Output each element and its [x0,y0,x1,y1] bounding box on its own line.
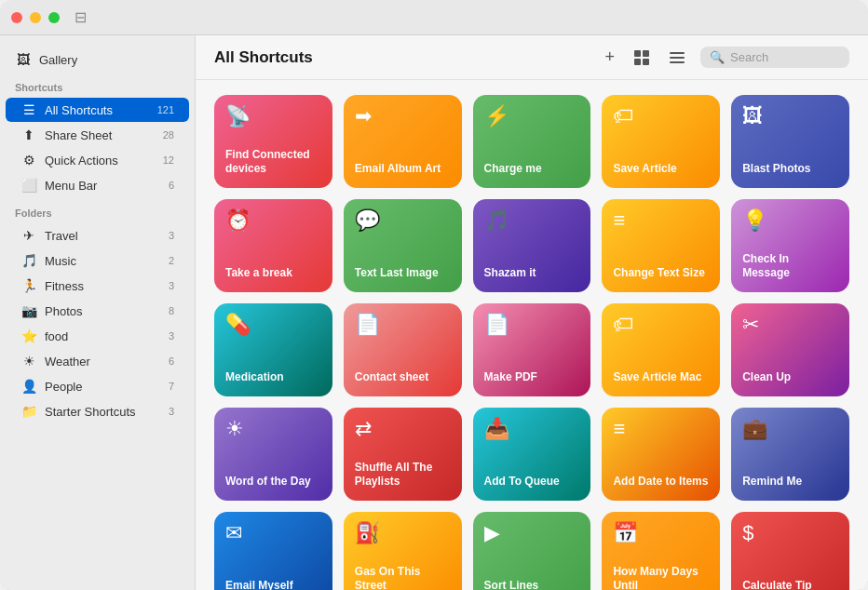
sidebar-item-menu-bar[interactable]: ⬜ Menu Bar 6 [6,173,189,197]
list-view-button[interactable] [665,46,689,70]
shortcut-label-find-connected: Find Connected devices [225,148,321,177]
sidebar-item-food[interactable]: ⭐ food 3 [6,324,189,348]
folders-section-label: Folders [0,198,195,222]
shortcut-card-make-pdf[interactable]: 📄 Make PDF [473,303,591,396]
svg-rect-1 [643,50,649,57]
shortcut-icon-add-date-items: ≡ [613,419,709,439]
toolbar: All Shortcuts + [196,35,868,80]
sidebar-item-quick-actions[interactable]: ⚙ Quick Actions 12 [6,148,189,172]
menu-bar-label: Menu Bar [45,179,161,193]
shortcut-label-make-pdf: Make PDF [484,370,580,385]
shortcut-card-check-in-message[interactable]: 💡 Check In Message [731,199,849,292]
shortcut-card-calculate-tip[interactable]: $ Calculate Tip [731,512,849,590]
shortcut-label-change-text-size: Change Text Size [613,266,709,281]
page-title: All Shortcuts [214,48,590,67]
shortcut-card-change-text-size[interactable]: ≡ Change Text Size [602,199,720,292]
sidebar: 🖼 Gallery Shortcuts ☰ All Shortcuts 121 … [0,35,196,590]
quick-actions-badge: 12 [163,154,174,166]
shortcut-card-medication[interactable]: 💊 Medication [214,303,332,396]
shortcut-card-email-album[interactable]: ➡ Email Album Art [344,95,462,188]
shortcut-icon-check-in-message: 💡 [742,210,838,231]
search-input[interactable] [730,50,842,64]
menu-bar-badge: 6 [169,180,174,191]
shortcut-card-how-many-days[interactable]: 📅 How Many Days Until [602,512,720,590]
traffic-lights [11,12,60,23]
all-shortcuts-label: All Shortcuts [45,103,150,117]
sidebar-item-gallery[interactable]: 🖼 Gallery [0,47,195,73]
shortcut-label-how-many-days: How Many Days Until [613,565,709,590]
shortcut-card-take-break[interactable]: ⏰ Take a break [214,199,332,292]
shortcut-icon-blast-photos: 🖼 [742,106,838,127]
shortcut-label-word-of-day: Word of the Day [225,475,321,489]
shortcut-label-text-last-image: Text Last Image [355,266,451,281]
shortcut-icon-contact-sheet: 📄 [355,315,451,335]
shortcut-icon-make-pdf: 📄 [484,315,580,335]
music-label: Music [45,254,161,268]
shortcut-icon-medication: 💊 [225,315,321,335]
sidebar-item-starter[interactable]: 📁 Starter Shortcuts 3 [6,399,189,423]
gallery-label: Gallery [39,53,77,67]
shortcut-card-save-article[interactable]: 🏷 Save Article [602,95,720,188]
shortcut-card-find-connected[interactable]: 📡 Find Connected devices [214,95,332,188]
shortcut-card-word-of-day[interactable]: ☀ Word of the Day [214,408,332,501]
svg-rect-2 [634,59,641,65]
shortcut-card-add-date-items[interactable]: ≡ Add Date to Items [602,408,720,501]
svg-rect-4 [670,52,685,54]
people-label: People [45,380,161,394]
app-body: 🖼 Gallery Shortcuts ☰ All Shortcuts 121 … [0,35,868,590]
fitness-badge: 3 [169,280,174,291]
gallery-icon: 🖼 [15,52,32,67]
sidebar-item-fitness[interactable]: 🏃 Fitness 3 [6,274,189,298]
minimize-button[interactable] [30,12,41,23]
sidebar-item-photos[interactable]: 📷 Photos 8 [6,299,189,323]
add-shortcut-button[interactable]: + [601,44,618,71]
shortcut-card-save-article-mac[interactable]: 🏷 Save Article Mac [602,303,720,396]
shortcut-icon-gas-street: ⛽ [355,523,451,543]
shortcut-icon-find-connected: 📡 [225,106,321,127]
shortcut-icon-take-break: ⏰ [225,210,321,231]
close-button[interactable] [11,12,22,23]
svg-rect-5 [670,57,685,59]
titlebar: ⊟ [0,0,868,35]
shortcut-label-calculate-tip: Calculate Tip [742,579,838,590]
shortcut-card-blast-photos[interactable]: 🖼 Blast Photos [731,95,849,188]
shortcut-card-contact-sheet[interactable]: 📄 Contact sheet [344,303,462,396]
starter-badge: 3 [169,406,174,417]
shortcuts-grid: 📡 Find Connected devices ➡ Email Album A… [196,80,868,590]
shortcuts-section-label: Shortcuts [0,73,195,97]
shortcut-label-clean-up: Clean Up [742,370,838,385]
shortcut-label-gas-street: Gas On This Street [355,565,451,590]
grid-view-button[interactable] [630,46,654,70]
shortcut-label-charge-me: Charge me [484,162,580,177]
shortcut-label-blast-photos: Blast Photos [742,162,838,177]
shortcut-card-shazam-it[interactable]: 🎵 Shazam it [473,199,591,292]
shortcut-card-sort-lines[interactable]: ▶ Sort Lines [473,512,591,590]
sidebar-toggle-icon[interactable]: ⊟ [75,8,87,26]
shortcut-card-remind-me[interactable]: 💼 Remind Me [731,408,849,501]
sidebar-item-music[interactable]: 🎵 Music 2 [6,248,189,273]
shortcut-icon-shazam-it: 🎵 [484,210,580,231]
sidebar-item-all-shortcuts[interactable]: ☰ All Shortcuts 121 [6,98,189,122]
shortcut-card-email-myself[interactable]: ✉ Email Myself [214,512,332,590]
all-shortcuts-badge: 121 [157,104,174,115]
shortcut-card-shuffle-playlists[interactable]: ⇄ Shuffle All The Playlists [344,408,462,501]
shortcut-card-add-to-queue[interactable]: 📥 Add To Queue [473,408,591,501]
shortcut-label-email-myself: Email Myself [225,579,321,590]
shortcut-card-clean-up[interactable]: ✂ Clean Up [731,303,849,396]
shortcut-icon-charge-me: ⚡ [484,106,580,127]
svg-rect-0 [634,50,641,57]
shortcut-label-add-to-queue: Add To Queue [484,475,580,489]
starter-label: Starter Shortcuts [45,405,161,419]
sidebar-item-travel[interactable]: ✈ Travel 3 [6,223,189,248]
shortcut-label-shuffle-playlists: Shuffle All The Playlists [355,461,451,489]
sidebar-item-people[interactable]: 👤 People 7 [6,374,189,398]
share-sheet-badge: 28 [163,129,174,141]
sidebar-item-share-sheet[interactable]: ⬆ Share Sheet 28 [6,123,189,147]
svg-rect-3 [643,59,649,65]
shortcut-card-text-last-image[interactable]: 💬 Text Last Image [344,199,462,292]
fullscreen-button[interactable] [48,12,60,23]
photos-badge: 8 [169,305,174,316]
shortcut-card-gas-street[interactable]: ⛽ Gas On This Street [344,512,462,590]
sidebar-item-weather[interactable]: ☀ Weather 6 [6,349,189,373]
shortcut-card-charge-me[interactable]: ⚡ Charge me [473,95,591,188]
